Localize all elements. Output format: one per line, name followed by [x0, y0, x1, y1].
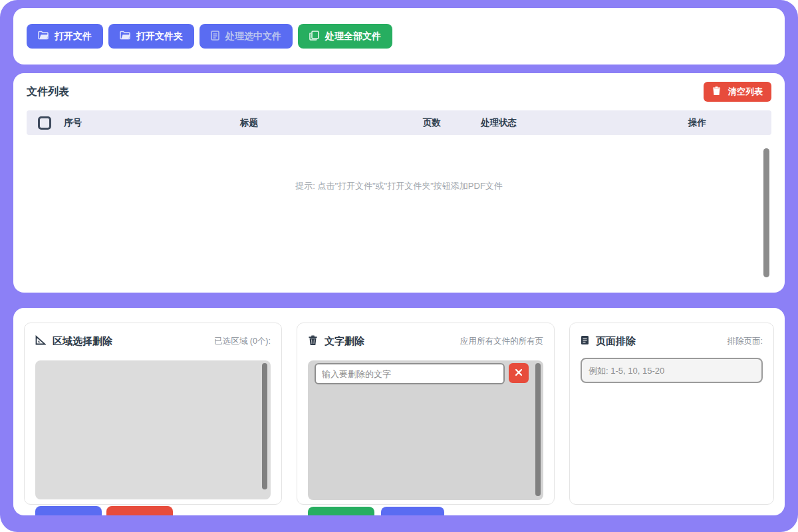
open-file-label: 打开文件 [55, 31, 92, 43]
region-panel-blue-button[interactable] [35, 506, 102, 515]
process-all-label: 处理全部文件 [325, 31, 381, 43]
region-canvas-scrollbar[interactable] [262, 363, 267, 489]
file-list-title: 文件列表 [27, 85, 69, 99]
select-all-checkbox[interactable] [38, 116, 51, 130]
text-panel-green-button[interactable] [308, 507, 374, 515]
page-exclude-panel: 页面排除 排除页面: [569, 323, 774, 505]
column-header-title: 标题 [240, 117, 423, 129]
process-selected-button[interactable]: 处理选中文件 [200, 24, 293, 49]
close-icon [515, 368, 523, 378]
pages-panel-status: 排除页面: [728, 336, 763, 347]
region-panel-buttons [35, 506, 271, 515]
region-delete-panel: 区域选择删除 已选区域 (0个): [24, 323, 282, 505]
text-delete-input[interactable] [315, 363, 505, 384]
column-header-index: 序号 [64, 117, 240, 129]
page-icon [581, 335, 589, 347]
clear-list-label: 清空列表 [728, 86, 763, 98]
toolbar: 打开文件 打开文件夹 处理选中文件 处理全部文件 [13, 8, 785, 65]
folder-open-icon [38, 31, 49, 42]
remove-text-button[interactable] [509, 363, 529, 383]
text-delete-panel: 文字删除 应用所有文件的所有页 [297, 323, 555, 505]
region-panel-red-button[interactable] [106, 506, 173, 515]
app-window: 打开文件 打开文件夹 处理选中文件 处理全部文件 文件列表 [0, 0, 798, 532]
open-folder-label: 打开文件夹 [136, 31, 183, 43]
tools-card: 区域选择删除 已选区域 (0个): 文字删除 应用所有 [13, 308, 785, 515]
trash-icon [308, 335, 318, 348]
file-list-scrollbar[interactable] [763, 148, 769, 277]
column-header-actions: 操作 [688, 117, 771, 129]
column-header-status: 处理状态 [481, 117, 688, 129]
text-panel-buttons [308, 507, 543, 515]
clear-list-button[interactable]: 清空列表 [704, 82, 771, 102]
text-panel-blue-button[interactable] [381, 507, 444, 515]
region-panel-title: 区域选择删除 [53, 335, 112, 348]
text-panel-status: 应用所有文件的所有页 [460, 336, 543, 347]
text-panel-title: 文字删除 [325, 335, 364, 348]
process-selected-label: 处理选中文件 [225, 31, 281, 43]
region-select-canvas[interactable] [35, 360, 271, 499]
text-list-scrollbar[interactable] [535, 363, 541, 496]
open-file-button[interactable]: 打开文件 [27, 24, 103, 49]
column-header-pages: 页数 [423, 117, 481, 129]
set-square-icon [35, 335, 46, 347]
pages-panel-title: 页面排除 [596, 335, 636, 348]
trash-icon [712, 86, 721, 98]
region-panel-header: 区域选择删除 已选区域 (0个): [35, 334, 271, 348]
page-exclude-input[interactable] [581, 358, 763, 383]
text-panel-header: 文字删除 应用所有文件的所有页 [308, 334, 543, 348]
folder-open-icon [120, 31, 130, 42]
empty-list-hint: 提示: 点击"打开文件"或"打开文件夹"按钮添加PDF文件 [13, 180, 785, 192]
process-all-button[interactable]: 处理全部文件 [298, 24, 392, 49]
text-delete-list [308, 360, 543, 500]
document-icon [211, 31, 219, 43]
region-panel-status: 已选区域 (0个): [214, 336, 271, 347]
table-header-row: 序号 标题 页数 处理状态 操作 [27, 110, 771, 135]
file-list-header: 文件列表 清空列表 [13, 82, 785, 102]
open-folder-button[interactable]: 打开文件夹 [108, 24, 194, 49]
copy-pages-icon [309, 31, 319, 43]
pages-panel-header: 页面排除 排除页面: [581, 334, 763, 348]
file-list-card: 文件列表 清空列表 序号 标题 页数 处理状态 操作 提示: 点击"打开文件"或… [13, 73, 785, 293]
text-delete-row [315, 363, 529, 384]
